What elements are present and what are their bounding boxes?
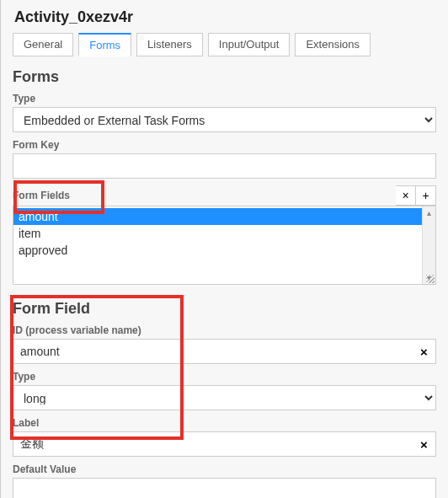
- tab-extensions[interactable]: Extensions: [295, 33, 371, 56]
- list-item[interactable]: approved: [13, 242, 422, 259]
- list-item[interactable]: item: [13, 225, 422, 242]
- form-fields-scroll[interactable]: amount item approved: [13, 206, 422, 284]
- id-input[interactable]: [13, 339, 413, 364]
- tab-input-output[interactable]: Input/Output: [208, 33, 291, 56]
- list-item[interactable]: amount: [13, 208, 422, 225]
- form-key-input[interactable]: [13, 153, 436, 179]
- tab-forms[interactable]: Forms: [78, 33, 131, 56]
- field-type-select[interactable]: long: [13, 385, 436, 410]
- remove-field-button[interactable]: ×: [396, 185, 416, 206]
- field-type-label: Type: [13, 371, 436, 383]
- plus-icon: +: [422, 190, 429, 201]
- tab-general[interactable]: General: [13, 33, 73, 56]
- chevron-up-icon: ▴: [427, 208, 431, 217]
- properties-panel: Activity_0xezv4r General Forms Listeners…: [0, 0, 448, 498]
- scrollbar[interactable]: ▴ ▾: [422, 206, 435, 284]
- tab-bar: General Forms Listeners Input/Output Ext…: [13, 33, 436, 56]
- close-icon: ×: [420, 437, 428, 452]
- clear-id-button[interactable]: ×: [413, 339, 436, 364]
- form-field-section-heading: Form Field: [13, 300, 436, 318]
- form-key-label: Form Key: [13, 139, 436, 151]
- form-type-select[interactable]: Embedded or External Task Forms: [13, 107, 436, 132]
- label-label: Label: [13, 417, 436, 429]
- clear-label-button[interactable]: ×: [413, 431, 436, 457]
- form-fields-label: Form Fields: [13, 190, 396, 201]
- default-value-input[interactable]: [13, 478, 436, 498]
- close-icon: ×: [420, 345, 428, 359]
- type-label: Type: [13, 93, 436, 104]
- close-icon: ×: [402, 190, 408, 201]
- default-value-label: Default Value: [13, 463, 436, 475]
- label-input[interactable]: [13, 431, 413, 457]
- resize-handle[interactable]: [426, 275, 435, 283]
- activity-title: Activity_0xezv4r: [13, 0, 436, 33]
- id-label: ID (process variable name): [13, 324, 436, 336]
- add-field-button[interactable]: +: [416, 185, 436, 206]
- forms-section-heading: Forms: [13, 68, 436, 86]
- tab-listeners[interactable]: Listeners: [136, 33, 203, 56]
- form-fields-list: amount item approved ▴ ▾: [13, 206, 436, 285]
